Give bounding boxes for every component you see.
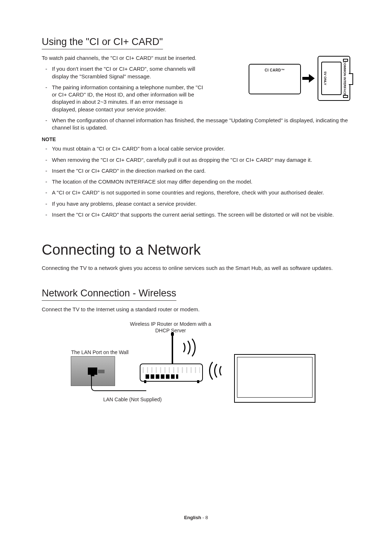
section-title-ci-card: Using the "CI or CI+ CARD" [42,36,163,49]
list-item: A "CI or CI+ CARD" is not supported in s… [52,189,350,196]
ci-card-icon: CI CARD™ [249,64,301,94]
ci-card-intro: To watch paid channels, the "CI or CI+ C… [42,54,241,62]
lan-cable-icon [91,372,146,391]
arrow-right-icon [302,73,315,83]
router-foot-icon [144,380,146,383]
network-intro: Connecting the TV to a network gives you… [42,264,350,272]
router-icon [140,364,203,382]
wireless-diagram: Wireless IP Router or Modem with a DHCP … [56,321,332,404]
common-interface-slot-icon: COMMON INTERFACE 5V ONLY [318,56,350,101]
ci-card-row: To watch paid channels, the "CI or CI+ C… [42,54,350,117]
footer-page-number: 8 [205,515,208,520]
caption-wall-port: The LAN Port on the Wall [64,349,136,356]
manual-page: Using the "CI or CI+ CARD" To watch paid… [0,0,392,542]
list-item: If you don't insert the "CI or CI+ CARD"… [52,65,208,80]
router-antenna-icon [172,334,173,364]
slot-label-common-interface: COMMON INTERFACE [342,62,347,95]
list-item: Insert the "CI or CI+ CARD" in the direc… [52,167,350,174]
wireless-intro: Connect the TV to the Internet using a s… [42,306,350,313]
router-ports-icon [146,374,178,379]
list-item: When removing the "CI or CI+ CARD", care… [52,156,350,164]
footer-language: English [184,515,201,520]
wifi-signal-in-icon [207,357,229,382]
note-bullets: You must obtain a "CI or CI+ CARD" from … [42,145,350,218]
list-item: If you have any problems, please contact… [52,200,350,208]
ci-card-mid-bullets: When the configuration of channel inform… [42,117,350,132]
list-item: Insert the "CI or CI+ CARD" that support… [52,211,350,218]
note-heading: NOTE [42,136,350,142]
ci-card-diagram: CI CARD™ COMMON INTERFACE 5V ONLY [249,56,350,99]
wifi-signal-out-icon [176,334,198,359]
footer-sep: - [201,515,205,520]
list-item: You must obtain a "CI or CI+ CARD" from … [52,145,350,152]
heading-connecting-network: Connecting to a Network [42,242,350,258]
caption-router: Wireless IP Router or Modem with a DHCP … [129,321,212,334]
list-item: The pairing information containing a tel… [52,84,208,113]
caption-lan-cable: LAN Cable (Not Supplied) [96,396,169,403]
ci-card-top-bullets: If you don't insert the "CI or CI+ CARD"… [42,65,241,113]
page-footer: English - 8 [0,515,392,520]
tv-icon [234,354,315,403]
router-foot-icon [197,380,199,383]
list-item: When the configuration of channel inform… [52,117,350,132]
list-item: The location of the COMMON INTERFACE slo… [52,178,350,185]
slot-label-5v-only: 5V ONLY [323,62,328,95]
section-title-wireless: Network Connection - Wireless [42,288,176,301]
ci-card-label: CI CARD™ [249,68,300,72]
